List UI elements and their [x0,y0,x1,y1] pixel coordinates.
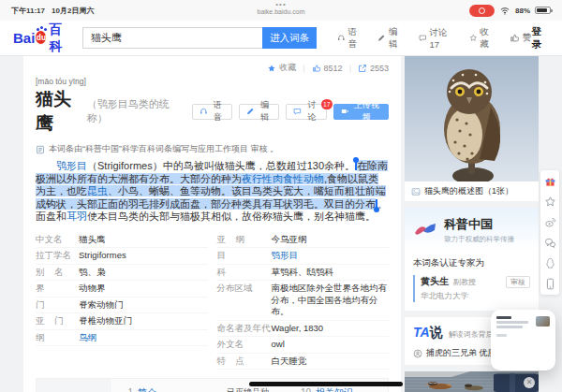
infobox-value: 脊椎动物亚门 [79,315,208,327]
selection-handle-start[interactable] [355,161,357,170]
toc-item-label[interactable]: 已灭绝品种 [227,386,269,392]
search-box: 进入词条 [82,27,317,49]
inline-link[interactable]: 鸮形目 [56,160,87,171]
toc-item[interactable]: 10相关知识 [297,386,386,392]
weibo-icon[interactable] [544,216,556,228]
share-stat[interactable]: 2553 [358,64,389,73]
toc-item-number: · [208,386,222,392]
infobox-label: 拉丁学名 [36,250,79,262]
infobox-label: 分布区域 [217,283,272,318]
login-link[interactable]: 登录 [532,25,549,51]
qq-icon[interactable] [544,257,556,269]
drag-preview-popup[interactable] [491,310,555,370]
infobox-row: 命名者及年代Wagler, 1830 [217,321,390,338]
summary-paragraph: 鸮形目（Strigiformes）中的鸟被叫做猫头鹰，总数超过130余种。在除南… [36,160,389,224]
clock-time: 下午11:17 [11,6,45,16]
header-action-label: 语音 [348,26,362,51]
infobox-label: 别 名 [36,267,79,279]
collect-stat[interactable]: 收藏 [267,62,296,74]
selection-handle-end[interactable] [376,199,377,209]
inline-link[interactable]: 昆虫 [87,185,108,196]
headset-icon [200,107,208,116]
search-input[interactable] [82,27,262,49]
gallery-caption[interactable]: 猫头鹰的概述图（1张） [405,181,539,201]
expert-organization: 华北电力大学 [421,291,530,302]
site-header: Bai du 百科 进入词条 语音编辑讨论 17收藏赞 登录 [0,21,562,56]
url-text[interactable]: baike.baidu.com [258,8,305,15]
expert-entry[interactable]: 黄头生 副教授 审核 华北电力大学 [413,275,530,302]
voice-button[interactable]: 语音 [192,104,232,120]
baidu-baike-logo[interactable]: Bai du 百科 [13,22,69,55]
chat-icon [419,33,427,43]
tashuo-logo: TA说 [413,324,443,341]
infobox-row: 拉丁学名Strigiformes [36,248,208,265]
infobox-value[interactable]: 鸟纲 [79,332,208,344]
drag-preview-thumbnail [536,316,550,327]
infobox-value[interactable]: 鸮形目 [272,250,390,262]
toc-item-label[interactable]: 相关知识 [316,386,353,392]
infobox-label: 特 点 [217,356,272,368]
phone-icon[interactable] [544,278,556,290]
upload-video-button[interactable]: 上传视频 [333,104,389,120]
expert-note: 本词条认证专家为 [413,257,530,269]
infobox-value: 动物界 [79,283,208,295]
inline-link[interactable]: 夜行性 [242,173,273,184]
gift-icon[interactable] [544,175,556,187]
thumb-icon [312,64,321,73]
chat-icon [293,107,302,116]
expert-name[interactable]: 黄头生 [421,275,449,288]
collect-label: 收藏 [279,62,296,74]
upload-label: 上传视频 [352,99,381,123]
like-stat[interactable]: 8512 [312,64,343,73]
inline-link[interactable]: 肉食性动物 [273,173,324,184]
notice-text: 本词条由“科普中国”科学百科词条编写与应用工作项目 审核 。 [49,143,278,155]
gallery-caption-text: 猫头鹰的概述图（1张） [424,185,513,197]
basic-info-table: 中文名猫头鹰拉丁学名Strigiformes别 名鸮、枭界动物界门脊索动物门亚 … [36,232,389,370]
infobox-label: 亚 门 [36,315,79,327]
discuss-badge: 17 [321,99,333,109]
header-action-like[interactable]: 赞 [510,32,532,44]
divider: | [349,64,351,73]
toc-column: 1简介2形态特征3生活习性4分布范围·国内分布·欧洲分布 [119,386,208,392]
kepu-china-card: 科普中国 致力于权威的科学传播 本词条认证专家为 黄头生 副教授 审核 华北电力… [405,208,539,311]
infobox-left-column: 中文名猫头鹰拉丁学名Strigiformes别 名鸮、枭界动物界门脊索动物门亚 … [36,232,208,370]
infobox-row: 亚 纲今鸟亚纲 [217,232,390,249]
toc-item[interactable]: 1简介 [119,386,208,392]
drag-preview-footer-line [496,334,507,337]
headset-icon [337,33,346,43]
header-action-voice[interactable]: 语音 [337,26,362,51]
battery-icon [535,7,551,14]
tashuo-cover-image[interactable]: ✕ [405,371,539,392]
address-bar[interactable]: ••• baike.baidu.com [258,2,305,15]
infobox-right-column: 亚 纲今鸟亚纲目鸮形目科草鸮科、鸱鸮科分布区域南极地区除外全世界各地均有分布，中… [217,232,390,370]
edit-button[interactable]: 编辑 [239,104,279,120]
toc-item[interactable]: ·已灭绝品种 [208,386,297,392]
tab-overview-dots[interactable]: ••• [258,2,305,7]
header-actions: 语音编辑讨论 17收藏赞 [337,26,532,51]
header-action-favorite[interactable]: 收藏 [469,26,494,51]
infobox-value: 草鸮科、鸱鸮科 [272,267,390,279]
enter-entry-button[interactable]: 进入词条 [262,27,317,49]
screen-recording-indicator[interactable] [469,5,495,17]
infobox-value: 脊索动物门 [79,299,208,312]
header-action-discuss[interactable]: 讨论 17 [419,27,453,50]
baidu-paw-icon: du [36,31,46,44]
camera-icon [341,107,349,116]
header-action-label: 收藏 [480,26,494,51]
voice-label: 语音 [210,99,225,123]
pinyin: [māo tóu yīng] [36,77,389,86]
inline-link[interactable]: 耳羽 [67,211,87,222]
owl-photo[interactable] [405,56,539,181]
discuss-button[interactable]: 讨论 17 [286,104,326,120]
home-indicator[interactable] [249,382,403,386]
infobox-row: 别 名鸮、枭 [36,265,208,282]
toc-title: 目录 [37,379,111,392]
title-row: 猫头鹰 （鸮形目鸟类的统称） 语音 编辑 讨论 17 上传视频 [36,87,389,136]
wechat-icon[interactable] [544,237,556,249]
infobox-label: 外文名 [217,339,272,351]
infobox-label: 纲 [36,332,79,344]
star-icon[interactable] [544,196,556,208]
header-action-edit[interactable]: 编辑 [377,26,402,51]
close-icon[interactable]: ✕ [524,377,535,388]
toc-item-label[interactable]: 简介 [138,386,156,392]
